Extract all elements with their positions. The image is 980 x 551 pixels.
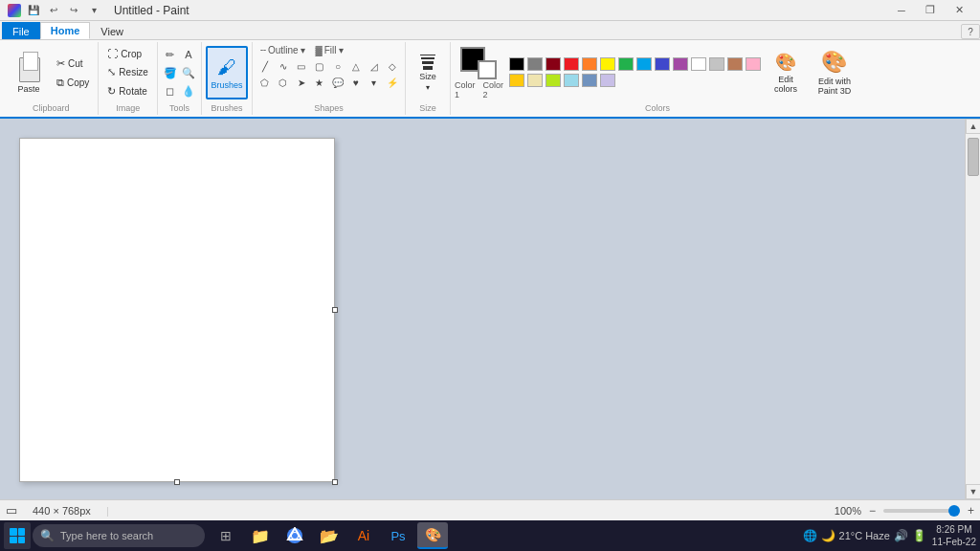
rotate-button[interactable]: ↻ Rotate [102, 82, 153, 100]
color-swatch[interactable] [546, 74, 561, 87]
color-swatch[interactable] [618, 57, 634, 71]
color-swatch[interactable] [509, 57, 524, 71]
taskbar-ai[interactable]: Ai [348, 522, 379, 549]
tools-content: ✏ A 🪣 🔍 ◻ 💧 [162, 44, 197, 101]
triangle-shape[interactable]: △ [347, 58, 365, 74]
color2-box[interactable] [478, 60, 497, 79]
brushes-button[interactable]: 🖌 Brushes [206, 46, 248, 99]
cut-button[interactable]: ✂ Cut [52, 55, 94, 73]
color-swatch[interactable] [691, 57, 706, 71]
paint3d-button[interactable]: 🎨 Edit withPaint 3D [809, 46, 860, 99]
clock[interactable]: 8:26 PM 11-Feb-22 [932, 523, 976, 548]
eraser-tool[interactable]: ◻ [162, 82, 179, 99]
diamond-shape[interactable]: ◇ [384, 58, 401, 74]
help-btn[interactable]: ? [961, 24, 980, 39]
taskbar-explorer[interactable]: 📁 [245, 522, 276, 549]
paint3d-label: Edit withPaint 3D [818, 77, 852, 96]
canvas-size-icon: ▭ [6, 503, 17, 518]
color-swatch[interactable] [673, 57, 688, 71]
color-swatch[interactable] [636, 57, 652, 71]
scroll-down-btn[interactable]: ▼ [966, 484, 980, 499]
rect-shape[interactable]: ▭ [293, 58, 310, 74]
size-button[interactable]: Size ▾ [410, 46, 446, 99]
rounded-rect-shape[interactable]: ▢ [311, 58, 328, 74]
start-button[interactable] [4, 522, 31, 549]
taskbar-task-view[interactable]: ⊞ [211, 522, 241, 549]
canvas-container: ▲ ▼ [0, 119, 980, 499]
color-swatch[interactable] [727, 57, 743, 71]
minimize-btn[interactable]: ─ [888, 3, 915, 18]
handle-middle-right[interactable] [332, 307, 338, 313]
magnifier-tool[interactable]: 🔍 [180, 64, 197, 81]
heart-shape[interactable]: ♥ [347, 75, 365, 90]
chrome-icon [286, 527, 303, 544]
color-selector [460, 47, 497, 79]
zoom-in-btn[interactable]: + [968, 504, 974, 518]
lightening-shape[interactable]: ⚡ [384, 75, 401, 90]
taskbar-ps[interactable]: Ps [383, 522, 413, 549]
canvas-scroll[interactable] [0, 119, 965, 499]
color-swatch[interactable] [582, 74, 597, 87]
color-swatch[interactable] [709, 57, 724, 71]
redo-quick-btn[interactable]: ↪ [65, 3, 82, 18]
line-shape[interactable]: ╱ [256, 58, 274, 74]
taskbar-chrome[interactable] [279, 522, 310, 549]
arrow-shape[interactable]: ➤ [293, 75, 310, 90]
status-sep: | [106, 505, 109, 517]
scroll-up-btn[interactable]: ▲ [966, 119, 980, 134]
size-line-1 [420, 55, 435, 55]
save-quick-btn[interactable]: 💾 [25, 3, 42, 18]
clipboard-small-btns: ✂ Cut ⧉ Copy [52, 55, 94, 92]
star-shape[interactable]: ★ [311, 75, 328, 90]
color-swatch[interactable] [600, 57, 615, 71]
tab-file[interactable]: File [2, 22, 40, 39]
taskbar-paint[interactable]: 🎨 [417, 522, 448, 549]
restore-btn[interactable]: ❐ [917, 3, 944, 18]
taskbar-files[interactable]: 📂 [314, 522, 345, 549]
scroll-thumb[interactable] [968, 138, 979, 176]
ellipse-shape[interactable]: ○ [329, 58, 346, 74]
taskbar-search[interactable]: 🔍 Type here to search [33, 524, 205, 547]
color-swatch[interactable] [564, 57, 579, 71]
paste-button[interactable]: Paste [8, 46, 50, 99]
color-swatch[interactable] [527, 74, 543, 87]
color-swatch[interactable] [600, 74, 615, 87]
color-swatch[interactable] [655, 57, 670, 71]
fill-tool[interactable]: 🪣 [162, 64, 179, 81]
color-swatch[interactable] [527, 57, 543, 71]
callout-shape[interactable]: 💬 [329, 75, 346, 90]
copy-button[interactable]: ⧉ Copy [52, 74, 94, 92]
pencil-tool[interactable]: ✏ [162, 46, 179, 63]
drawing-canvas[interactable] [19, 138, 335, 482]
color-swatch[interactable] [746, 57, 761, 71]
customize-quick-btn[interactable]: ▾ [85, 3, 102, 18]
text-tool[interactable]: A [180, 46, 197, 63]
close-btn[interactable]: ✕ [946, 3, 972, 18]
tab-home[interactable]: Home [40, 22, 91, 39]
tab-view[interactable]: View [90, 22, 134, 39]
handle-bottom-middle[interactable] [174, 479, 180, 485]
scroll-track[interactable] [966, 134, 980, 484]
color-swatch[interactable] [582, 57, 597, 71]
resize-button[interactable]: ⤡ Resize [102, 63, 153, 81]
right-triangle-shape[interactable]: ◿ [366, 58, 383, 74]
hexagon-shape[interactable]: ⬡ [275, 75, 292, 90]
more-shapes[interactable]: ▾ [366, 75, 383, 90]
undo-quick-btn[interactable]: ↩ [45, 3, 62, 18]
zoom-thumb[interactable] [948, 505, 960, 517]
picker-tool[interactable]: 💧 [180, 82, 197, 99]
pentagon-shape[interactable]: ⬠ [256, 75, 274, 90]
color-swatch[interactable] [509, 74, 524, 87]
color-swatch[interactable] [564, 74, 579, 87]
handle-bottom-right[interactable] [332, 479, 338, 485]
fill-button[interactable]: ▓ Fill ▾ [311, 44, 347, 56]
brushes-label: Brushes [211, 80, 242, 90]
vertical-scrollbar[interactable]: ▲ ▼ [965, 119, 980, 499]
crop-button[interactable]: ⛶ Crop [102, 45, 153, 62]
zoom-slider[interactable] [883, 509, 960, 513]
zoom-out-btn[interactable]: − [869, 504, 876, 518]
outline-button[interactable]: ╌ Outline ▾ [256, 44, 309, 56]
curve-shape[interactable]: ∿ [275, 58, 292, 74]
color-swatch[interactable] [546, 57, 561, 71]
edit-colors-button[interactable]: 🎨 Editcolors [765, 49, 807, 97]
